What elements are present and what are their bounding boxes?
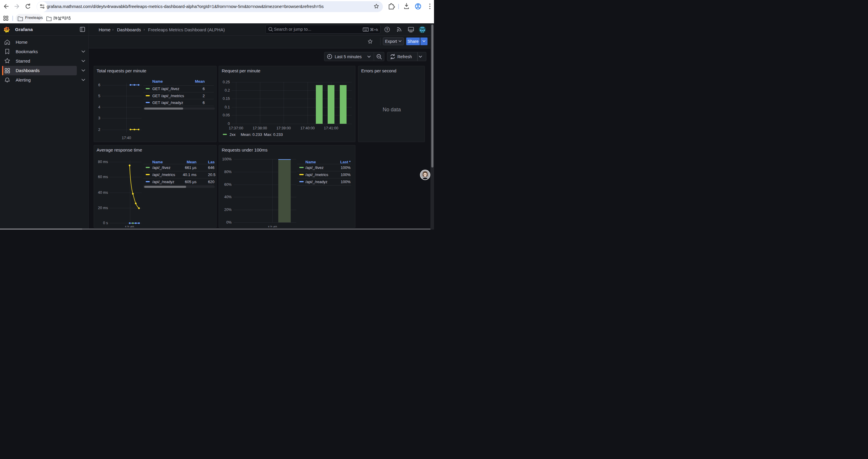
svg-text:?: ? — [386, 28, 388, 32]
